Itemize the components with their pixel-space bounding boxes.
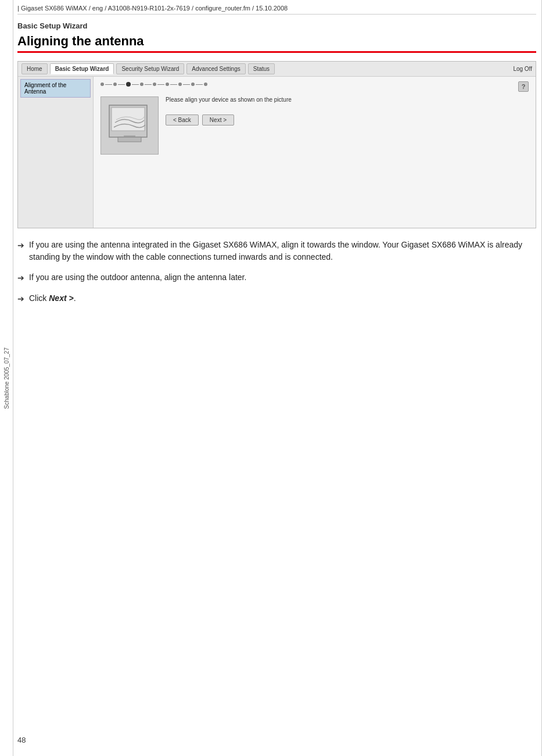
screenshot-buttons: < Back Next > [166,114,529,126]
arrow-icon-2: ➔ [17,272,24,284]
logoff-link[interactable]: Log Off [513,66,532,72]
list-item-1: ➔ If you are using the antenna integrate… [17,239,536,263]
ui-screenshot: Home Basic Setup Wizard Security Setup W… [17,61,536,228]
nav-bar: Home Basic Setup Wizard Security Setup W… [18,62,536,77]
click-next-bold: Next > [49,293,73,303]
screenshot-main: ? [94,77,536,228]
click-next-prefix: Click [29,293,49,303]
side-label-text: Schablone 2005_07_27 [3,347,10,409]
screenshot-instruction: Please align your device as shown on the… [166,96,529,103]
arrow-icon-1: ➔ [17,239,24,252]
progress-dot-2 [113,83,117,86]
tab-basic-setup-wizard[interactable]: Basic Setup Wizard [50,63,114,74]
left-border [13,0,13,756]
progress-line-2 [118,84,125,85]
main-content: | Gigaset SX686 WiMAX / eng / A31008-N91… [17,0,536,305]
side-label: Schablone 2005_07_27 [0,0,13,756]
list-item-3: ➔ Click Next >. [17,292,536,305]
bullet-text-3: Click Next >. [29,292,536,304]
progress-line-6 [170,84,177,85]
progress-bar [100,82,207,87]
back-button[interactable]: < Back [166,114,199,126]
page-number: 48 [17,736,26,744]
click-next-suffix: . [74,293,76,303]
device-sketch-svg [103,99,156,152]
bullet-text-1: If you are using the antenna integrated … [29,239,536,263]
progress-line-8 [196,84,203,85]
screenshot-text-area: Please align your device as shown on the… [166,96,529,223]
progress-line-3 [132,84,139,85]
arrow-icon-3: ➔ [17,293,24,305]
bullet-list: ➔ If you are using the antenna integrate… [17,239,536,305]
progress-line-5 [157,84,164,85]
progress-dot-3-active [126,82,131,87]
next-button[interactable]: Next > [202,114,234,126]
progress-dot-7 [178,83,182,86]
screenshot-body: Alignment of the Antenna [18,77,536,228]
progress-line-1 [105,84,112,85]
progress-dot-4 [140,83,143,86]
tab-security-setup-wizard[interactable]: Security Setup Wizard [116,63,184,74]
progress-dot-9 [204,83,207,86]
page-heading: Aligning the antenna [17,34,536,53]
list-item-2: ➔ If you are using the outdoor antenna, … [17,271,536,284]
progress-dot-6 [166,83,169,86]
progress-dot-8 [191,83,195,86]
progress-line-7 [183,84,190,85]
file-path: | Gigaset SX686 WiMAX / eng / A31008-N91… [17,5,536,15]
device-image [100,96,159,155]
svg-rect-2 [118,137,141,142]
tab-status[interactable]: Status [248,63,275,74]
progress-dot-1 [100,83,104,86]
screenshot-content: Please align your device as shown on the… [100,96,529,223]
sidebar-alignment-item[interactable]: Alignment of the Antenna [20,79,91,98]
progress-line-4 [145,84,152,85]
bullet-text-2: If you are using the outdoor antenna, al… [29,271,536,284]
section-label: Basic Setup Wizard [17,22,536,30]
tab-home[interactable]: Home [21,63,48,74]
progress-dot-5 [153,83,156,86]
help-icon[interactable]: ? [518,81,529,92]
screenshot-sidebar: Alignment of the Antenna [18,77,94,228]
tab-advanced-settings[interactable]: Advanced Settings [186,63,245,74]
